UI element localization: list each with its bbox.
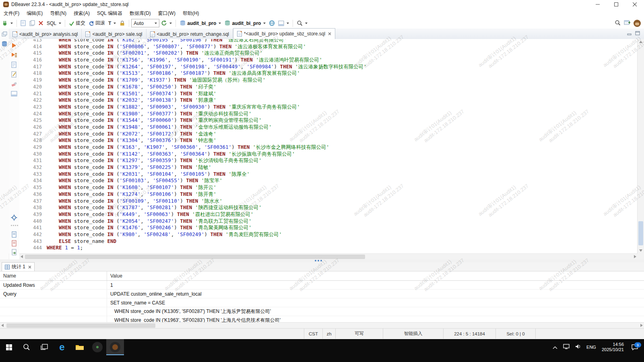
output-button[interactable] bbox=[277, 20, 291, 27]
menu-item[interactable]: 窗口(W) bbox=[155, 9, 179, 18]
line-number[interactable]: 421 bbox=[19, 90, 47, 97]
panel-sash[interactable] bbox=[0, 259, 644, 262]
column-header-value[interactable]: Value bbox=[107, 273, 122, 279]
commit-mode-combo[interactable]: Auto bbox=[131, 19, 159, 27]
line-number[interactable]: 428 bbox=[19, 137, 47, 144]
cell-name[interactable]: Updated Rows bbox=[0, 281, 107, 289]
line-number[interactable]: 417 bbox=[19, 64, 47, 70]
sql-menu-button[interactable]: SQL bbox=[45, 20, 63, 27]
sash-handle-icon[interactable] bbox=[315, 260, 322, 261]
vertical-scroll-thumb[interactable] bbox=[638, 221, 643, 245]
line-number[interactable]: 423 bbox=[19, 104, 47, 111]
table-row[interactable]: QueryUPDATE custom_online_sale_return_lo… bbox=[0, 290, 644, 298]
tab-close-icon[interactable] bbox=[28, 265, 31, 269]
refresh-button[interactable] bbox=[159, 19, 173, 27]
database-navigator-button[interactable] bbox=[1, 41, 8, 47]
column-header-name[interactable]: Name bbox=[0, 272, 107, 280]
execute-script-button[interactable] bbox=[11, 52, 17, 58]
commit-button[interactable]: 提交 bbox=[67, 19, 87, 27]
results-scroll-thumb[interactable] bbox=[6, 323, 155, 328]
line-number[interactable]: 414 bbox=[19, 43, 47, 50]
task-view-button[interactable] bbox=[35, 339, 53, 355]
line-number[interactable]: 441 bbox=[19, 224, 47, 231]
line-number[interactable]: 440 bbox=[19, 218, 47, 225]
close-button[interactable] bbox=[625, 0, 644, 9]
taskbar-app-button[interactable] bbox=[89, 339, 106, 355]
menu-item[interactable]: 文件(F) bbox=[0, 9, 23, 18]
vertical-scrollbar[interactable] bbox=[637, 39, 644, 253]
script-blue-button[interactable] bbox=[11, 231, 17, 238]
table-row[interactable]: WHEN store_code IN ('K1305', 'SF00287') … bbox=[0, 307, 644, 316]
open-script-button[interactable] bbox=[28, 19, 37, 27]
taskbar-search-button[interactable] bbox=[18, 339, 35, 355]
cell-name[interactable] bbox=[0, 298, 107, 307]
line-number[interactable]: 444 bbox=[19, 245, 47, 251]
line-number[interactable]: 436 bbox=[19, 191, 47, 198]
cell-value[interactable]: SET store_name = CASE bbox=[107, 298, 165, 307]
cell-value[interactable]: 1 bbox=[107, 281, 113, 289]
line-number[interactable]: 439 bbox=[19, 211, 47, 218]
load-plan-button[interactable] bbox=[11, 71, 17, 78]
editor-tab[interactable]: <audit_bi_pro> sale.sql bbox=[82, 29, 146, 39]
schema-selector[interactable]: audit_bi_pro bbox=[223, 19, 267, 27]
line-number[interactable]: 420 bbox=[19, 84, 47, 90]
scroll-up-arrow[interactable] bbox=[639, 41, 642, 43]
line-number[interactable]: 424 bbox=[19, 111, 47, 117]
lock-button[interactable] bbox=[118, 19, 127, 27]
edge-button[interactable]: e bbox=[53, 339, 71, 355]
line-number[interactable]: 438 bbox=[19, 204, 47, 211]
line-number[interactable]: 416 bbox=[19, 57, 47, 64]
line-number[interactable]: 415 bbox=[19, 50, 47, 57]
open-perspective-button[interactable] bbox=[624, 20, 630, 27]
line-number[interactable]: 429 bbox=[19, 144, 47, 151]
input-language[interactable]: ENG bbox=[586, 345, 596, 350]
maximize-button[interactable] bbox=[607, 0, 625, 9]
line-number[interactable]: 433 bbox=[19, 171, 47, 178]
network-settings-button[interactable] bbox=[267, 19, 277, 27]
line-number[interactable]: 427 bbox=[19, 131, 47, 138]
menu-item[interactable]: 帮助(H) bbox=[179, 9, 203, 18]
new-script-button[interactable] bbox=[19, 19, 28, 27]
menu-item[interactable]: 编辑(E) bbox=[23, 9, 46, 18]
scroll-right-arrow[interactable] bbox=[634, 255, 636, 258]
menu-item[interactable]: 导航(N) bbox=[46, 9, 70, 18]
maximize-view-button[interactable] bbox=[635, 30, 640, 37]
search-menu-button[interactable] bbox=[295, 19, 309, 27]
menu-item[interactable]: 搜索(A) bbox=[70, 9, 93, 18]
menu-item[interactable]: SQL 编辑器 bbox=[93, 9, 126, 18]
scroll-down-arrow[interactable] bbox=[639, 249, 642, 252]
minimize-button[interactable] bbox=[588, 0, 607, 9]
start-button[interactable] bbox=[0, 339, 18, 355]
volume-tray-icon[interactable] bbox=[575, 343, 581, 351]
line-number[interactable]: 422 bbox=[19, 97, 47, 104]
scroll-right-arrow[interactable] bbox=[640, 324, 643, 327]
line-number[interactable]: 437 bbox=[19, 198, 47, 205]
horizontal-scroll-thumb[interactable] bbox=[25, 255, 365, 259]
sql-editor[interactable]: 413 WHEN store_code IN ('K162', 'SF00195… bbox=[19, 39, 638, 253]
editor-tab[interactable]: *<audit_bi_pro> update_sbz_store.sql bbox=[233, 28, 335, 39]
cell-value[interactable]: WHEN store_code IN ('K1305', 'SF00287') … bbox=[107, 307, 271, 316]
network-tray-icon[interactable] bbox=[563, 343, 570, 351]
new-connection-button[interactable] bbox=[0, 19, 14, 27]
show-output-button[interactable] bbox=[11, 90, 17, 97]
line-number[interactable]: 419 bbox=[19, 77, 47, 84]
table-row[interactable]: SET store_name = CASE bbox=[0, 298, 644, 307]
restore-view-button[interactable] bbox=[1, 31, 8, 37]
cell-name[interactable] bbox=[0, 307, 107, 316]
line-number[interactable]: 426 bbox=[19, 124, 47, 131]
execute-sql-button[interactable] bbox=[11, 42, 17, 49]
line-number[interactable]: 413 bbox=[19, 39, 47, 43]
explain-plan-button[interactable] bbox=[11, 62, 17, 68]
line-number[interactable]: 431 bbox=[19, 157, 47, 164]
editor-tab[interactable]: <audit_bi_pro> analysis.sql bbox=[9, 29, 82, 39]
script-red-button[interactable] bbox=[11, 240, 17, 247]
export-script-button[interactable] bbox=[11, 249, 17, 255]
connection-selector[interactable]: audit_bi_pro bbox=[178, 19, 223, 27]
cell-name[interactable]: Query bbox=[0, 290, 107, 298]
cell-value[interactable]: UPDATE custom_online_sale_return_local bbox=[107, 290, 202, 298]
dbeaver-pro-icon[interactable] bbox=[634, 20, 641, 27]
settings-gear-button[interactable] bbox=[11, 214, 17, 221]
scroll-left-arrow[interactable] bbox=[1, 324, 4, 327]
line-number[interactable]: 434 bbox=[19, 177, 47, 184]
tab-close-icon[interactable] bbox=[328, 32, 331, 35]
